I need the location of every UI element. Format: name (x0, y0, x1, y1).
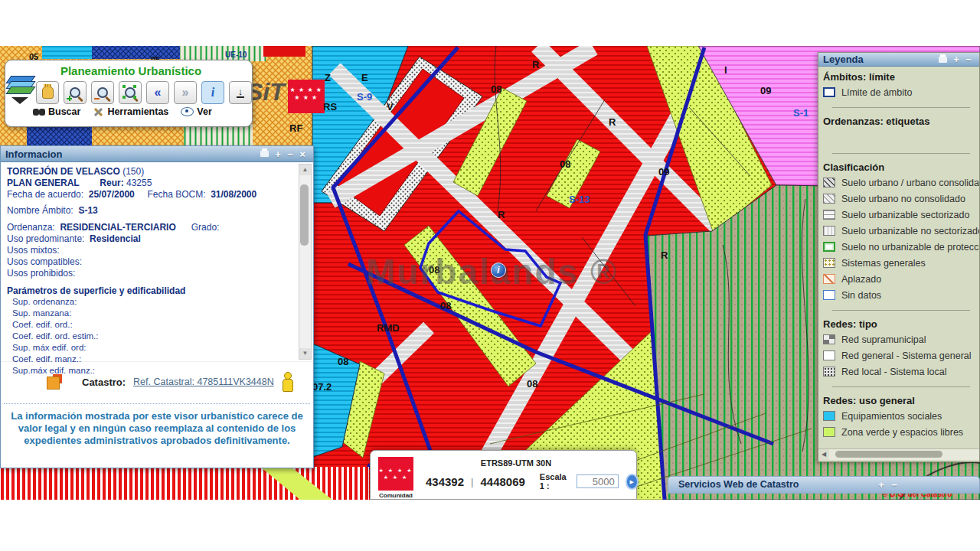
comunidad-madrid-logo: ★ ★ ★ ★ ★ ★ ★ Comunidad (378, 457, 413, 499)
minimize-button[interactable]: − (888, 479, 900, 491)
legend-row (832, 386, 970, 387)
legend-label: Suelo urbano no consolidado (841, 194, 965, 204)
minimize-button[interactable]: − (284, 148, 296, 160)
coordinate-y: 4448069 (480, 475, 524, 488)
zoom-in-button[interactable] (64, 81, 87, 104)
catastro-services-bar[interactable]: Servicios Web de Catastro + − (668, 476, 980, 494)
legend-row: Ámbitos: límite (823, 69, 979, 84)
legend-row: Ordenanzas: etiquetas (823, 113, 979, 129)
person-icon (282, 372, 292, 392)
legend-row: Aplazado (823, 271, 979, 287)
legend-row: Suelo urbano no consolidado (823, 191, 979, 207)
legend-row: Sin datos (823, 287, 979, 303)
legend-panel-header[interactable]: Leyenda + − (818, 53, 979, 67)
scale-panel: ★ ★ ★ ★ ★ ★ ★ Comunidad ETRS89-UTM 30N 4… (370, 450, 637, 500)
horizontal-scrollbar[interactable]: ◀ (818, 448, 979, 460)
info-field-line: Parámetros de superficie y edificabilida… (7, 285, 298, 297)
legend-row: Redes: uso general (823, 393, 979, 408)
minimize-button[interactable]: − (962, 54, 975, 65)
legend-row: Suelo no urbanizable de protección (823, 239, 979, 255)
back-button[interactable]: « (146, 81, 169, 104)
apply-scale-button[interactable]: ▶ (626, 474, 639, 490)
legend-row: Suelo urbanizable no sectorizado (823, 223, 979, 239)
info-field-line: Uso predominante: Residencial (7, 233, 298, 245)
legend-row: Red supramunicipal (823, 331, 979, 347)
catastro-reference-link[interactable]: Ref. Catastral: 4785111VK3448N (133, 377, 274, 387)
info-field-line: Coef. edif. manz.: (7, 354, 298, 366)
plus-badge-icon (67, 96, 72, 101)
scroll-down-icon[interactable]: ▼ (299, 348, 311, 359)
corner-arrows-icon (122, 85, 138, 100)
forward-icon: » (182, 86, 189, 99)
print-icon[interactable] (939, 57, 947, 63)
info-field-line: Ordenanza: RESIDENCIAL-TERCIARIO Grado: (7, 222, 298, 233)
zoom-extent-button[interactable] (119, 81, 142, 104)
scrollbar-thumb[interactable] (835, 451, 942, 458)
layers-icon[interactable] (5, 76, 36, 108)
expand-button[interactable]: + (272, 148, 284, 160)
legend-row: Límite de ámbito (823, 84, 979, 100)
legend-label: Red general - Sistema general (841, 350, 972, 361)
legend-row: Suelo urbanizable sectorizado (823, 207, 979, 223)
madrid-flag-icon: ★ ★ ★ ★ ★ ★ ★ (378, 457, 413, 491)
layers-collapse-arrow-icon[interactable] (11, 97, 28, 104)
scroll-left-icon[interactable]: ◀ (818, 449, 829, 460)
legend-swatch-icon (823, 178, 835, 187)
info-field-line: Nombre Ámbito: S-13 (7, 205, 298, 217)
scroll-up-icon[interactable]: ▲ (299, 165, 311, 175)
sit-logo: SiT ★ ★ ★ ★ ★ ★ ★ (247, 80, 325, 113)
legend-row: Red local - Sistema local (823, 364, 979, 380)
legend-swatch-icon (823, 411, 835, 421)
crs-label: ETRS89-UTM 30N (447, 458, 585, 468)
info-panel-title: Informacion (5, 148, 260, 160)
legend-body: Ámbitos: límite Límite de ámbito Ordenan… (818, 67, 979, 449)
info-panel: Informacion + − × TORREJÓN DE VELASCO (1… (0, 145, 314, 468)
legend-title: Leyenda (823, 54, 939, 65)
coordinate-separator: | (471, 476, 473, 487)
legend-swatch-icon (823, 242, 835, 252)
info-icon: i (211, 86, 214, 99)
madrid-flag-icon: ★ ★ ★ ★ ★ ★ ★ (288, 80, 325, 113)
coordinate-x: 434392 (426, 475, 464, 488)
menu-herramientas[interactable]: Herramientas (93, 106, 168, 117)
scale-input[interactable] (577, 474, 619, 488)
hand-icon (42, 86, 54, 99)
pan-button[interactable] (36, 81, 59, 104)
legend-label: Redes: tipo (823, 318, 877, 330)
legend-row (832, 107, 970, 108)
vertical-scrollbar[interactable]: ▲ ▼ (299, 164, 312, 360)
info-field-line: Sup. ordenanza: (7, 297, 298, 308)
flag-stars: ★ ★ ★ ★ (378, 457, 413, 474)
legend-panel: Leyenda + − Ámbitos: límite Límite de ám… (818, 52, 980, 462)
legend-label: Suelo urbanizable sectorizado (841, 210, 969, 220)
menu-buscar-label: Buscar (48, 106, 80, 117)
info-tool-button[interactable]: i (201, 81, 224, 104)
legend-row: Redes: tipo (823, 316, 979, 331)
info-panel-header[interactable]: Informacion + − × (1, 146, 313, 162)
forward-button[interactable]: » (174, 81, 197, 104)
planeamiento-app: 0505UE-10ZERSS-9VRFRRRR0808080808080909I… (0, 46, 980, 500)
print-icon[interactable] (260, 151, 269, 157)
expand-button[interactable]: + (875, 479, 887, 491)
legend-row: Clasificación (823, 159, 979, 174)
close-button[interactable]: × (296, 148, 309, 160)
legend-label: Equipamientos sociales (841, 411, 942, 422)
main-toolbar: Planeamiento Urbanístico « » i ↓ Buscar (5, 60, 253, 127)
map-info-marker[interactable]: i (491, 262, 506, 278)
legend-row (832, 310, 970, 311)
legend-row: Zona verde y espacios libres (823, 424, 979, 440)
catastro-cube-icon (47, 374, 62, 390)
legend-row: Sistemas generales (823, 255, 979, 271)
zoom-out-button[interactable] (91, 81, 114, 104)
expand-button[interactable]: + (950, 54, 962, 65)
menu-ver[interactable]: Ver (181, 106, 211, 117)
legend-label: Suelo urbano / urbano consolidado (841, 178, 979, 188)
legal-disclaimer: La información mostrada por este visor u… (1, 406, 313, 447)
scrollbar-thumb[interactable] (300, 184, 309, 246)
download-button[interactable]: ↓ (229, 81, 252, 104)
legend-label: Suelo urbanizable no sectorizado (841, 226, 979, 236)
menu-buscar[interactable]: Buscar (33, 106, 80, 117)
coordinates-row: 434392 | 4448069 Escala 1 : ▶ (426, 472, 639, 491)
info-field-line: Usos compatibles: (7, 256, 298, 268)
legend-label: Zona verde y espacios libres (841, 427, 963, 438)
